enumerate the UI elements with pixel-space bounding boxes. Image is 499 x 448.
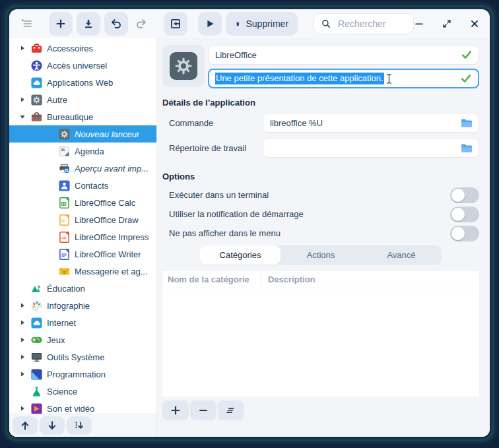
- launch-icon: [170, 18, 182, 30]
- name-field-value: LibreOffice: [215, 50, 257, 60]
- restore-icon: [442, 18, 452, 29]
- redo-button[interactable]: [132, 12, 150, 36]
- undo-icon: [110, 18, 122, 30]
- toggle-switch[interactable]: [450, 187, 479, 203]
- expander-right-icon[interactable]: [18, 353, 26, 361]
- tree-item-programmation[interactable]: Programmation: [9, 366, 156, 383]
- option-label: Ne pas afficher dans le menu: [169, 228, 281, 238]
- expander-right-icon[interactable]: [18, 96, 26, 104]
- expander-down-icon[interactable]: [18, 113, 26, 121]
- plus-icon: [170, 404, 182, 416]
- tree-item-bureautique[interactable]: Bureautique: [9, 108, 156, 125]
- tree-item-libreoffice-impress[interactable]: LibreOffice Impress: [9, 228, 156, 245]
- access-icon: [30, 59, 43, 72]
- move-up-button[interactable]: [13, 416, 38, 435]
- tree-item-label: Jeux: [47, 335, 65, 345]
- minimize-button[interactable]: [414, 18, 425, 30]
- sound-icon: [30, 402, 43, 414]
- launcher-editor-panel: LibreOffice Une petite présentation de c…: [157, 38, 490, 437]
- undo-button[interactable]: [104, 12, 128, 36]
- browse-folder-button[interactable]: [460, 116, 473, 129]
- restore-button[interactable]: [442, 18, 453, 30]
- clear-categories-button[interactable]: [218, 400, 244, 420]
- menu-editor-window: Supprimer AccessoiresAccès universelAppl…: [9, 9, 490, 437]
- search-input[interactable]: [337, 18, 407, 30]
- category-action-bar: [162, 400, 479, 420]
- name-description-fields: LibreOffice Une petite présentation de c…: [208, 45, 479, 88]
- launcher-icon-button[interactable]: [162, 45, 205, 87]
- tree-item-libreoffice-calc[interactable]: LibreOffice Calc: [9, 194, 156, 211]
- expander-right-icon[interactable]: [18, 404, 26, 412]
- expander-right-icon[interactable]: [18, 336, 26, 344]
- column-header-category-name: Nom de la catégorie: [162, 274, 261, 284]
- sidebar: AccessoiresAccès universelApplications W…: [9, 38, 157, 437]
- tree-item-internet[interactable]: Internet: [9, 314, 156, 331]
- gear-icon: [170, 52, 197, 80]
- expander-right-icon[interactable]: [18, 302, 26, 309]
- tree-item-agenda[interactable]: Agenda: [9, 143, 156, 160]
- calendar-icon: [58, 145, 71, 158]
- contact-icon: [58, 179, 71, 192]
- tree-item-acc-s-universel[interactable]: Accès universel: [9, 57, 156, 74]
- tab-avanc-[interactable]: Avancé: [361, 245, 442, 265]
- description-field[interactable]: Une petite présentation de cette applica…: [208, 69, 479, 88]
- save-button[interactable]: [77, 12, 100, 36]
- tab-actions[interactable]: Actions: [281, 245, 361, 265]
- tree-item-libreoffice-writer[interactable]: LibreOffice Writer: [9, 245, 156, 263]
- tree-item-nouveau-lanceur[interactable]: Nouveau lanceur: [9, 125, 156, 143]
- name-field[interactable]: LibreOffice: [208, 45, 479, 65]
- tree-item-aper-u-avant-imp[interactable]: Aperçu avant imp...: [9, 160, 156, 177]
- tree-item-outils-syst-me[interactable]: Outils Système: [9, 348, 156, 366]
- expander-spacer: [18, 61, 26, 69]
- gearsq-icon: [58, 128, 71, 141]
- toggle-knob: [451, 227, 465, 240]
- tree-item-infographie[interactable]: Infographie: [9, 297, 156, 314]
- gearsq-icon: [30, 94, 43, 106]
- tree-item-label: LibreOffice Writer: [75, 249, 141, 259]
- palette-icon: [30, 300, 43, 312]
- tree-item-jeux[interactable]: Jeux: [9, 331, 156, 348]
- tree-item-contacts[interactable]: Contacts: [9, 177, 156, 194]
- expander-right-icon[interactable]: [18, 319, 26, 327]
- tree-item-applications-web[interactable]: Applications Web: [9, 74, 156, 91]
- expander-right-icon[interactable]: [18, 370, 26, 378]
- lowriter-icon: [58, 248, 71, 261]
- categories-table-body[interactable]: [162, 288, 479, 397]
- command-field[interactable]: libreoffice %U: [263, 113, 479, 133]
- execute-button[interactable]: [198, 12, 222, 36]
- tree-item-ducation[interactable]: Éducation: [9, 280, 156, 297]
- working-directory-field[interactable]: [263, 138, 479, 158]
- delete-button[interactable]: Supprimer: [226, 12, 298, 36]
- move-down-button[interactable]: [40, 416, 65, 435]
- expander-right-icon[interactable]: [18, 44, 26, 52]
- test-launcher-button[interactable]: [164, 12, 187, 36]
- browse-folder-button[interactable]: [460, 141, 473, 154]
- tree-item-accessoires[interactable]: Accessoires: [9, 40, 156, 57]
- tree-item-autre[interactable]: Autre: [9, 91, 156, 108]
- description-selected-text: Une petite présentation de cette applica…: [215, 73, 384, 84]
- tree-item-label: LibreOffice Impress: [75, 232, 149, 242]
- close-button[interactable]: [469, 18, 481, 30]
- gamepad-icon: [30, 334, 43, 346]
- tree-item-label: Aperçu avant imp...: [75, 164, 149, 174]
- options-section-heading: Options: [162, 172, 479, 181]
- localc-icon: [58, 197, 71, 209]
- sort-button[interactable]: [67, 416, 92, 435]
- toggle-switch[interactable]: [450, 207, 479, 222]
- remove-category-button[interactable]: [190, 400, 216, 420]
- toggle-knob: [451, 208, 465, 221]
- tab-cat-gories[interactable]: Catégories: [200, 245, 281, 265]
- tree-item-label: Bureautique: [47, 112, 93, 122]
- tree-item-science[interactable]: Science: [9, 383, 156, 400]
- tree-item-libreoffice-draw[interactable]: LibreOffice Draw: [9, 211, 156, 228]
- valid-check-icon: [460, 73, 472, 84]
- toggle-switch[interactable]: [450, 226, 479, 241]
- add-launcher-button[interactable]: [49, 12, 73, 36]
- detail-label: Commande: [169, 118, 263, 128]
- tree-item-son-et-vid-o[interactable]: Son et vidéo: [9, 400, 156, 414]
- add-category-button[interactable]: [162, 400, 189, 420]
- tree-item-messagerie-et-ag[interactable]: Messagerie et ag...: [9, 263, 156, 280]
- toggle-knob: [451, 189, 465, 202]
- minus-icon: [197, 404, 209, 416]
- expander-spacer: [18, 79, 26, 86]
